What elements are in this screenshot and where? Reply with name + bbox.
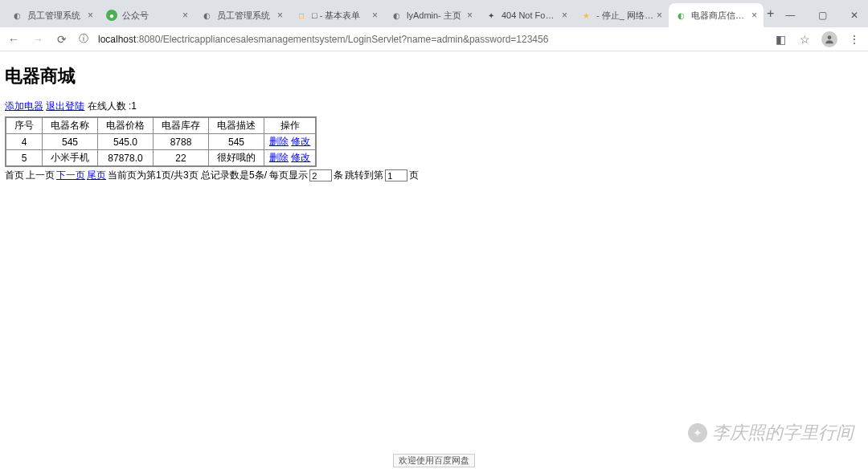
globe-icon: ◐ xyxy=(201,10,212,21)
new-tab-button[interactable]: + xyxy=(767,3,774,24)
browser-tab-0[interactable]: ◐员工管理系统× xyxy=(5,3,100,27)
globe-icon: ◐ xyxy=(391,10,402,21)
browser-tab-5[interactable]: ✦404 Not Found× xyxy=(479,3,574,27)
cell-id: 4 xyxy=(6,134,43,150)
tab-title: 员工管理系统 xyxy=(27,10,84,22)
error-icon: ✦ xyxy=(485,10,497,21)
tab-title: □ - 基本表单 xyxy=(312,10,369,22)
cell-actions: 删除 修改 xyxy=(264,134,317,150)
reload-button[interactable]: ⟳ xyxy=(55,33,69,46)
site-info-icon[interactable]: ⓘ xyxy=(79,32,88,46)
col-id: 序号 xyxy=(6,117,43,134)
cell-id: 5 xyxy=(6,150,43,167)
col-action: 操作 xyxy=(264,117,317,134)
close-icon[interactable]: × xyxy=(277,10,283,21)
col-desc: 电器描述 xyxy=(209,117,264,134)
close-icon[interactable]: × xyxy=(88,10,93,21)
pagination: 首页 上一页 下一页 尾页 当前页为第1页/共3页 总记录数是5条/ 每页显示 … xyxy=(5,169,863,182)
close-icon[interactable]: × xyxy=(182,10,188,21)
browser-tab-7[interactable]: ◐电器商店信息页面× xyxy=(669,3,764,27)
url-text[interactable]: localhost:8080/Electricappliancesalesman… xyxy=(98,34,764,45)
maximize-button[interactable]: ▢ xyxy=(806,10,838,21)
pager-unit: 条 xyxy=(334,169,343,182)
form-icon: □ xyxy=(296,10,307,21)
tab-title: 公众号 xyxy=(122,10,179,22)
tab-title: - 停止_ 网络 [http://118 xyxy=(596,10,653,22)
delete-link[interactable]: 删除 xyxy=(269,152,289,163)
online-label: 在线人数 : xyxy=(88,100,132,112)
extension-icon[interactable]: ◧ xyxy=(773,33,788,46)
col-name: 电器名称 xyxy=(43,117,98,134)
cell-desc: 很好哦的 xyxy=(209,150,264,167)
online-count: 1 xyxy=(131,100,137,112)
page-title: 电器商城 xyxy=(5,64,863,88)
close-icon[interactable]: × xyxy=(372,10,378,21)
browser-tab-strip: ◐员工管理系统× ●公众号× ◐员工管理系统× □□ - 基本表单× ◐lyAd… xyxy=(0,0,868,27)
close-icon[interactable]: × xyxy=(562,10,567,21)
pager-jump-suffix: 页 xyxy=(409,169,419,182)
page-content: 电器商城 添加电器 退出登陆 在线人数 :1 序号 电器名称 电器价格 电器库存… xyxy=(0,51,868,187)
pager-jump-label: 跳转到第 xyxy=(345,169,383,182)
table-row: 4 545 545.0 8788 545 删除 修改 xyxy=(6,134,316,150)
menu-button[interactable]: ⋮ xyxy=(847,33,862,46)
browser-tab-2[interactable]: ◐员工管理系统× xyxy=(194,3,289,27)
watermark-text: 李庆照的字里行间 xyxy=(712,421,854,445)
jump-page-input[interactable] xyxy=(385,169,407,181)
pager-first: 首页 xyxy=(5,169,24,182)
profile-avatar[interactable] xyxy=(821,31,837,47)
cell-price: 87878.0 xyxy=(98,150,154,167)
browser-tab-3[interactable]: □□ - 基本表单× xyxy=(289,3,384,27)
add-appliance-link[interactable]: 添加电器 xyxy=(5,100,43,112)
pager-next-link[interactable]: 下一页 xyxy=(56,169,85,182)
svg-point-0 xyxy=(828,35,832,39)
edit-link[interactable]: 修改 xyxy=(291,136,310,147)
tab-title: 员工管理系统 xyxy=(217,10,274,22)
cell-name: 545 xyxy=(43,134,98,150)
appliance-table: 序号 电器名称 电器价格 电器库存 电器描述 操作 4 545 545.0 87… xyxy=(5,116,317,167)
bookmark-star-icon[interactable]: ☆ xyxy=(797,33,812,46)
close-icon[interactable]: × xyxy=(657,10,662,21)
globe-icon: ◐ xyxy=(11,10,23,21)
logout-link[interactable]: 退出登陆 xyxy=(46,100,84,112)
browser-tab-6[interactable]: ★- 停止_ 网络 [http://118× xyxy=(574,3,669,27)
wechat-icon: ✦ xyxy=(688,423,707,442)
cell-actions: 删除 修改 xyxy=(264,150,317,167)
browser-tab-4[interactable]: ◐lyAdmin- 主页× xyxy=(384,3,479,27)
globe-icon: ◐ xyxy=(675,10,686,21)
wechat-icon: ● xyxy=(106,10,117,21)
col-stock: 电器库存 xyxy=(154,117,209,134)
cell-name: 小米手机 xyxy=(43,150,98,167)
back-button[interactable]: ← xyxy=(6,33,21,46)
cell-desc: 545 xyxy=(209,134,264,150)
tab-title: lyAdmin- 主页 xyxy=(407,10,464,22)
minimize-button[interactable]: — xyxy=(774,10,806,21)
browser-tab-1[interactable]: ●公众号× xyxy=(100,3,194,27)
tab-title: 404 Not Found xyxy=(502,10,559,20)
pager-prev: 上一页 xyxy=(26,169,55,182)
bottom-status-bar: 欢迎使用百度网盘 xyxy=(393,454,475,467)
watermark: ✦ 李庆照的字里行间 xyxy=(688,421,854,445)
pager-info: 当前页为第1页/共3页 总记录数是5条/ 每页显示 xyxy=(108,169,308,182)
toolbar: 添加电器 退出登陆 在线人数 :1 xyxy=(5,100,863,113)
cell-stock: 8788 xyxy=(154,134,209,150)
pager-last-link[interactable]: 尾页 xyxy=(87,169,106,182)
address-bar: ← → ⟳ ⓘ localhost:8080/Electricappliance… xyxy=(0,27,868,51)
per-page-input[interactable] xyxy=(309,169,332,181)
col-price: 电器价格 xyxy=(98,117,154,134)
cell-price: 545.0 xyxy=(98,134,154,150)
tab-title: 电器商店信息页面 xyxy=(691,10,748,22)
close-window-button[interactable]: ✕ xyxy=(838,10,868,21)
close-icon[interactable]: × xyxy=(751,10,757,21)
table-header-row: 序号 电器名称 电器价格 电器库存 电器描述 操作 xyxy=(6,117,316,134)
close-icon[interactable]: × xyxy=(467,10,473,21)
edit-link[interactable]: 修改 xyxy=(291,152,310,163)
forward-button[interactable]: → xyxy=(31,33,45,46)
star-icon: ★ xyxy=(580,10,592,21)
window-controls: — ▢ ✕ xyxy=(774,3,868,27)
table-row: 5 小米手机 87878.0 22 很好哦的 删除 修改 xyxy=(6,150,316,167)
cell-stock: 22 xyxy=(154,150,209,167)
delete-link[interactable]: 删除 xyxy=(269,136,289,147)
